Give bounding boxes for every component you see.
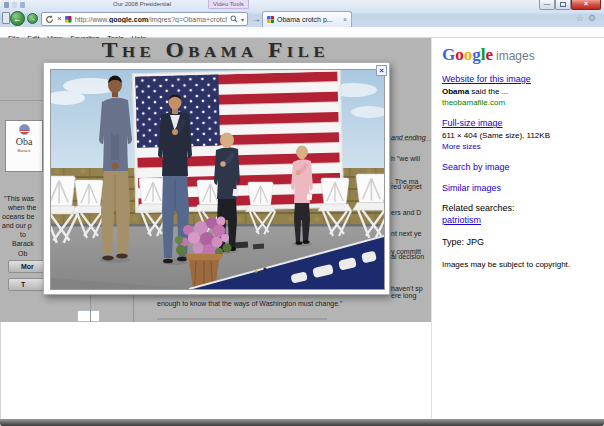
- titlebar-app-icon: [4, 2, 9, 8]
- article-fragment: al decision: [391, 253, 431, 260]
- table-border: [133, 293, 134, 322]
- image-lightbox: ×: [43, 62, 390, 295]
- article-fragment: nt next ye: [391, 230, 431, 237]
- more-sizes-link[interactable]: More sizes: [442, 142, 598, 151]
- search-icon[interactable]: [230, 15, 238, 23]
- search-by-image-link[interactable]: Search by image: [442, 162, 598, 172]
- website-for-image-link[interactable]: Website for this image: [442, 74, 598, 84]
- favorites-star-icon[interactable]: ☆: [576, 13, 588, 23]
- minimize-button[interactable]: —: [539, 0, 555, 10]
- quick-tools: ☆⚙: [576, 13, 600, 23]
- page-icon: [2, 12, 10, 24]
- article-line: enough to know that the ways of Washingt…: [157, 300, 343, 307]
- close-button[interactable]: ×: [571, 0, 601, 10]
- quote-line: to: [20, 231, 26, 238]
- logo-letter: G: [442, 45, 455, 64]
- site-title-rest: said the ...: [469, 87, 508, 96]
- pledge-photo[interactable]: [50, 69, 385, 290]
- site-title-bold: Obama: [442, 87, 469, 96]
- article-fragment: ers and D: [391, 209, 431, 216]
- titlebar-quick-icon: [12, 2, 17, 8]
- image-placeholder-box: [77, 310, 100, 322]
- logo-letter: o: [455, 45, 464, 64]
- chevron-down-icon[interactable]: ▾: [241, 16, 244, 23]
- logo-letter: g: [472, 45, 481, 64]
- page-masthead: The Obama File: [0, 41, 431, 59]
- full-size-image-link[interactable]: Full-size image: [442, 118, 598, 128]
- logo-letter: e: [485, 45, 493, 64]
- google-images-panel: Googleimages Website for this image Obam…: [431, 38, 604, 419]
- stop-icon[interactable]: ×: [57, 15, 62, 23]
- settings-gear-icon[interactable]: ⚙: [588, 13, 600, 23]
- quote-line: when the: [8, 204, 36, 211]
- pledge-photo-svg: [51, 70, 384, 289]
- forward-button[interactable]: →: [27, 13, 38, 24]
- window-controls: — ×: [539, 0, 601, 10]
- quote-line: oceans be: [2, 213, 34, 220]
- article-fragment: red vignet: [391, 183, 431, 190]
- divider: [0, 100, 43, 101]
- toolbar-chip: Video Tools: [208, 0, 249, 9]
- browser-tab[interactable]: Obama crotch p... ×: [262, 11, 352, 27]
- tab-favicon: [267, 16, 274, 23]
- go-button[interactable]: →: [251, 13, 261, 24]
- quote-line: and our p: [2, 222, 32, 229]
- obama-sunrise-logo-icon: [19, 124, 30, 135]
- tab-close-icon[interactable]: ×: [343, 16, 347, 23]
- url-path: /imgres?q=Obama+crotch+pledge+of+allegia…: [148, 16, 227, 23]
- tab-title: Obama crotch p...: [277, 16, 340, 23]
- site-logo-caption: Barack: [9, 147, 40, 152]
- site-logo-box: Oba Barack: [5, 120, 43, 172]
- back-button[interactable]: ←: [10, 11, 25, 26]
- menu-bar: FileEditViewFavoritesToolsHelp: [0, 27, 604, 38]
- related-search-patriotism-link[interactable]: patriotism: [442, 215, 598, 225]
- logo-letter: o: [464, 45, 473, 64]
- site-title: Obama said the ...: [442, 87, 598, 96]
- site-domain: theobamafile.com: [442, 98, 598, 107]
- article-fragment: h "we will: [391, 155, 431, 162]
- browser-window: Our 2008 Presidential Video Tools ← → × …: [0, 0, 604, 426]
- copyright-notice: Images may be subject to copyright.: [442, 260, 598, 269]
- url-domain: google.com: [109, 16, 148, 23]
- quote-attribution-2: Ob: [18, 250, 27, 257]
- window-title: Our 2008 Presidential: [113, 1, 171, 7]
- article-fragment: ere long: [391, 292, 431, 299]
- maximize-button[interactable]: [555, 0, 571, 10]
- titlebar-quick-icon-2: [20, 2, 25, 8]
- table-border: [90, 293, 91, 322]
- image-size-info: 611 × 404 (Same size), 112KB: [442, 131, 598, 140]
- related-searches-label: Related searches:: [442, 203, 598, 213]
- quote-line: "This was: [4, 195, 34, 202]
- google-images-logo: Googleimages: [442, 45, 598, 65]
- url-text: http://www.google.com/imgres?q=Obama+cro…: [75, 16, 227, 23]
- clipped-text-line: [157, 318, 327, 320]
- similar-images-link[interactable]: Similar images: [442, 183, 598, 193]
- file-type-info: Type: JPG: [442, 237, 598, 247]
- maximize-icon: [560, 2, 566, 7]
- site-favicon: [65, 16, 72, 23]
- quote-attribution: Barack: [12, 240, 34, 247]
- window-bottom-edge: [0, 419, 604, 426]
- logo-suffix: images: [496, 49, 535, 63]
- address-bar[interactable]: × http://www.google.com/imgres?q=Obama+c…: [41, 12, 248, 26]
- article-fragment: haven't sp: [391, 285, 431, 292]
- article-fragment: and ending: [391, 134, 431, 141]
- site-logo-word: Oba: [6, 136, 42, 147]
- title-and-command-bar: Our 2008 Presidential Video Tools ← → × …: [0, 0, 604, 27]
- lightbox-close-icon[interactable]: ×: [376, 65, 387, 76]
- url-prefix: http://www.: [75, 16, 109, 23]
- refresh-icon[interactable]: [45, 15, 54, 24]
